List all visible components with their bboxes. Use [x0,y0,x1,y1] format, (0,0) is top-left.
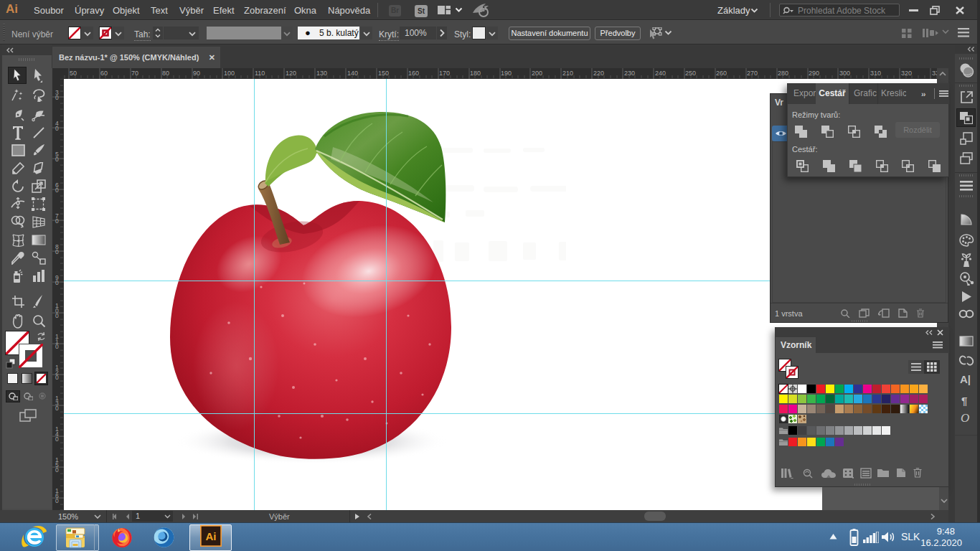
svg-text:Ai: Ai [206,530,217,542]
